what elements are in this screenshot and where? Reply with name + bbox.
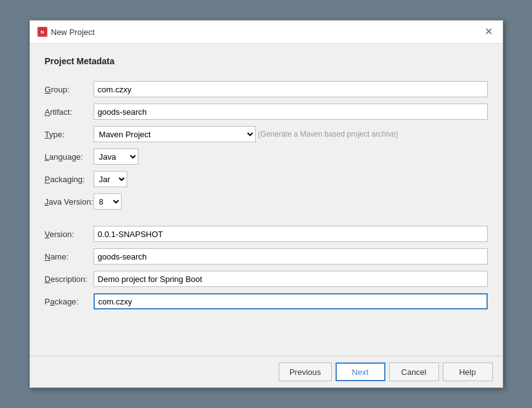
language-input-cell: Java Kotlin Groovy	[94, 147, 488, 166]
package-input[interactable]	[94, 293, 488, 309]
group-label: Group:	[45, 80, 94, 99]
cancel-button[interactable]: Cancel	[389, 362, 439, 381]
version-label: Version:	[45, 225, 94, 243]
dialog-content: Project Metadata Group: Artifact:	[30, 44, 503, 356]
name-label: Name:	[45, 247, 94, 266]
packaging-input-cell: Jar War	[94, 170, 488, 188]
description-input[interactable]	[94, 271, 488, 287]
package-input-cell	[94, 292, 488, 311]
type-select-wrapper: Maven Project Gradle Project (Generate a…	[94, 126, 488, 142]
group-row: Group:	[45, 80, 488, 99]
type-row: Type: Maven Project Gradle Project (Gene…	[45, 125, 488, 143]
package-label: Package:	[45, 292, 94, 311]
svg-text:N: N	[41, 29, 44, 35]
package-row: Package:	[45, 292, 488, 311]
next-button[interactable]: Next	[336, 362, 385, 381]
group-input[interactable]	[94, 81, 488, 97]
description-row: Description:	[45, 270, 488, 288]
previous-button[interactable]: Previous	[279, 362, 332, 381]
packaging-row: Packaging: Jar War	[45, 170, 488, 188]
description-label: Description:	[45, 270, 94, 288]
java-version-select[interactable]: 8 11 17	[94, 193, 122, 210]
java-version-input-cell: 8 11 17	[94, 192, 488, 211]
name-row: Name:	[45, 247, 488, 266]
artifact-label: Artifact:	[45, 102, 94, 121]
title-bar: N New Project ✕	[30, 21, 503, 44]
form-table: Group: Artifact: Type:	[45, 76, 488, 314]
close-button[interactable]: ✕	[482, 26, 495, 38]
artifact-input-cell	[94, 102, 488, 121]
new-project-dialog: N New Project ✕ Project Metadata Group: …	[29, 20, 503, 388]
section-title: Project Metadata	[45, 56, 488, 66]
type-input-cell: Maven Project Gradle Project (Generate a…	[94, 125, 488, 143]
artifact-row: Artifact:	[45, 102, 488, 121]
name-input-cell	[94, 247, 488, 266]
packaging-select[interactable]: Jar War	[94, 171, 127, 187]
type-label: Type:	[45, 125, 94, 143]
dialog-footer: Previous Next Cancel Help	[30, 356, 503, 387]
name-input[interactable]	[94, 248, 488, 265]
dialog-title: New Project	[51, 27, 95, 37]
java-version-label: Java Version:	[45, 192, 94, 211]
title-bar-left: N New Project	[37, 27, 95, 37]
group-input-cell	[94, 80, 488, 99]
dialog-icon: N	[37, 27, 47, 37]
help-button[interactable]: Help	[443, 362, 493, 381]
packaging-label: Packaging:	[45, 170, 94, 188]
language-row: Language: Java Kotlin Groovy	[45, 147, 488, 166]
type-desc: (Generate a Maven based project archive)	[258, 130, 399, 138]
language-label: Language:	[45, 147, 94, 166]
description-input-cell	[94, 270, 488, 288]
version-input[interactable]	[94, 226, 488, 242]
separator-row	[45, 215, 488, 221]
java-version-row: Java Version: 8 11 17	[45, 192, 488, 211]
language-select[interactable]: Java Kotlin Groovy	[94, 148, 138, 165]
artifact-input[interactable]	[94, 104, 488, 120]
type-select[interactable]: Maven Project Gradle Project	[94, 126, 256, 142]
version-input-cell	[94, 225, 488, 243]
version-row: Version:	[45, 225, 488, 243]
